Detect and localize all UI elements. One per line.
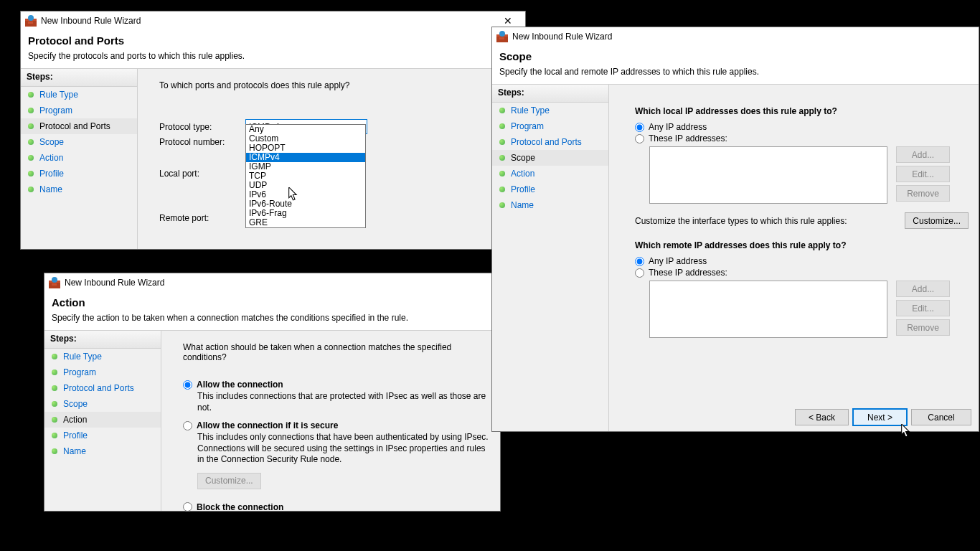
steps-header: Steps: (21, 69, 137, 87)
remote-ip-list (649, 281, 887, 338)
remote-port-label: Remote port: (159, 213, 245, 223)
firewall-icon (496, 31, 508, 42)
svg-rect-3 (28, 22, 33, 24)
sidebar-step[interactable]: Name (44, 443, 161, 459)
local-add-button: Add... (896, 146, 950, 163)
sidebar-step[interactable]: Program (21, 103, 137, 118)
block-connection-radio[interactable]: Block the connection (183, 502, 490, 512)
prompt-text: To which ports and protocols does this r… (159, 80, 515, 90)
sidebar-step: Action (44, 412, 161, 428)
customize-button: Customize... (197, 473, 261, 489)
firewall-icon (25, 15, 37, 27)
page-title: Action (52, 296, 493, 309)
local-any-ip-radio[interactable]: Any IP address (635, 122, 969, 132)
sidebar-step[interactable]: Action (492, 166, 608, 182)
page-title: Scope (499, 50, 971, 62)
sidebar-step: Protocol and Ports (21, 118, 137, 134)
sidebar-step[interactable]: Program (44, 364, 161, 380)
page-subtitle: Specify the local and remote IP addresse… (499, 67, 971, 77)
svg-point-9 (52, 277, 57, 283)
sidebar-step[interactable]: Name (21, 182, 137, 197)
titlebar: New Inbound Rule Wizard (44, 273, 500, 292)
local-remove-button: Remove (896, 185, 950, 202)
prompt-text: What action should be taken when a conne… (183, 342, 490, 362)
protocol-type-dropdown[interactable]: AnyCustomHOPOPTICMPv4IGMPTCPUDPIPv6IPv6-… (245, 124, 366, 228)
sidebar-step[interactable]: Action (21, 150, 137, 166)
local-edit-button: Edit... (896, 166, 950, 182)
steps-header: Steps: (44, 331, 161, 349)
window-title: New Inbound Rule Wizard (65, 278, 499, 288)
customize-interface-button[interactable]: Customize... (905, 212, 969, 229)
sidebar-step[interactable]: Program (492, 118, 608, 134)
sidebar-step[interactable]: Scope (21, 134, 137, 150)
svg-rect-13 (499, 37, 504, 39)
remote-remove-button: Remove (896, 319, 950, 336)
allow-connection-radio[interactable]: Allow the connection (183, 380, 490, 390)
cancel-button[interactable]: Cancel (911, 409, 971, 425)
sidebar-step[interactable]: Rule Type (44, 349, 161, 364)
local-ip-prompt: Which local IP addresses does this rule … (635, 106, 969, 116)
sidebar-step[interactable]: Protocol and Ports (44, 380, 161, 396)
page-subtitle: Specify the protocols and ports to which… (28, 51, 518, 61)
page-subtitle: Specify the action to be taken when a co… (52, 313, 493, 323)
window-title: New Inbound Rule Wizard (512, 32, 977, 42)
protocol-type-label: Protocol type: (159, 122, 245, 132)
remote-ip-prompt: Which remote IP addresses does this rule… (635, 240, 969, 250)
sidebar-step[interactable]: Profile (44, 428, 161, 443)
local-ip-list (649, 146, 887, 204)
remote-edit-button: Edit... (896, 300, 950, 316)
remote-these-ip-radio[interactable]: These IP addresses: (635, 268, 969, 278)
sidebar-step[interactable]: Protocol and Ports (492, 134, 608, 150)
sidebar-step[interactable]: Rule Type (21, 87, 137, 103)
back-button[interactable]: < Back (795, 409, 849, 425)
svg-point-4 (28, 15, 34, 21)
sidebar-step[interactable]: Scope (44, 396, 161, 412)
svg-rect-8 (52, 283, 57, 286)
local-these-ip-radio[interactable]: These IP addresses: (635, 133, 969, 143)
steps-header: Steps: (492, 85, 608, 103)
titlebar: New Inbound Rule Wizard (492, 27, 979, 46)
window-title: New Inbound Rule Wizard (41, 16, 491, 26)
local-port-label: Local port: (159, 169, 245, 179)
remote-add-button: Add... (896, 281, 950, 297)
remote-any-ip-radio[interactable]: Any IP address (635, 256, 969, 266)
steps-sidebar: Steps: Rule TypeProgramProtocol and Port… (21, 68, 138, 249)
dropdown-option[interactable]: GRE (246, 218, 365, 227)
sidebar-step[interactable]: Profile (21, 166, 137, 182)
svg-point-14 (499, 31, 505, 37)
allow-secure-desc: This includes only connections that have… (197, 432, 490, 466)
steps-sidebar: Steps: Rule TypeProgramProtocol and Port… (492, 84, 609, 431)
sidebar-step[interactable]: Profile (492, 182, 608, 197)
sidebar-step[interactable]: Rule Type (492, 103, 608, 118)
page-title: Protocol and Ports (28, 34, 518, 47)
sidebar-step: Scope (492, 150, 608, 166)
steps-sidebar: Steps: Rule TypeProgramProtocol and Port… (44, 330, 161, 511)
next-button[interactable]: Next > (853, 409, 907, 425)
firewall-icon (49, 277, 60, 288)
allow-connection-desc: This includes connections that are prote… (197, 391, 490, 413)
sidebar-step[interactable]: Name (492, 197, 608, 213)
protocol-number-label: Protocol number: (159, 137, 245, 147)
titlebar: New Inbound Rule Wizard ✕ (21, 11, 525, 30)
allow-secure-radio[interactable]: Allow the connection if it is secure (183, 420, 490, 430)
interface-customize-label: Customize the interface types to which t… (635, 216, 896, 226)
